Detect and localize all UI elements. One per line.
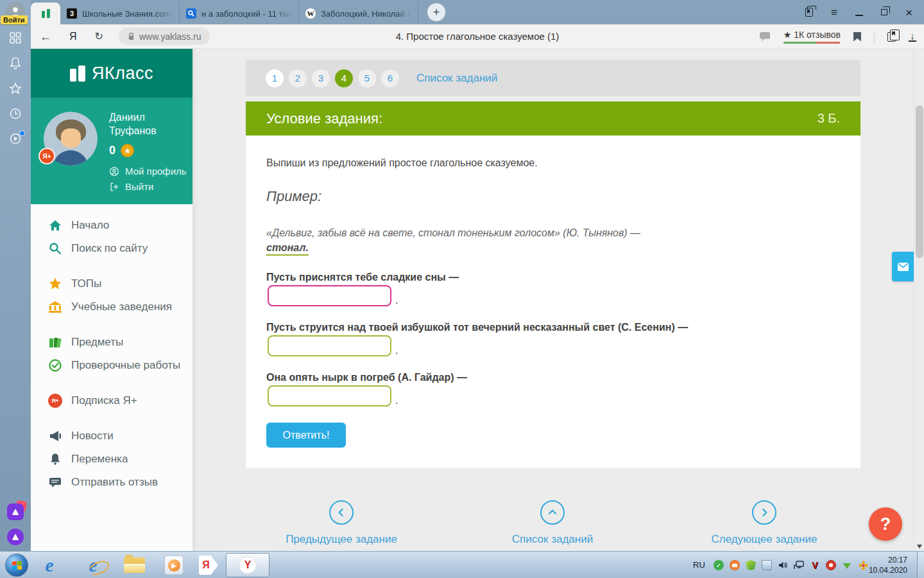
tray-red-circle-icon[interactable] [826, 560, 836, 570]
alice-assistant-icon[interactable] [7, 529, 24, 545]
task-list-button[interactable]: Список заданий [482, 500, 623, 546]
url-field[interactable]: www.yaklass.ru [119, 28, 210, 45]
avatar-face [61, 128, 81, 148]
page-scrollbar[interactable] [914, 49, 924, 551]
chevron-right-icon [752, 500, 776, 525]
tray-network-icon[interactable] [794, 560, 804, 570]
yandex-logo-icon[interactable]: Я [69, 31, 77, 42]
my-profile-link[interactable]: Мой профиль [109, 166, 187, 177]
next-task-button[interactable]: Следующее задание [694, 500, 835, 546]
answer-input-3[interactable] [268, 385, 391, 407]
example-label: Пример: [266, 188, 321, 205]
taskbar-ie-gold-icon[interactable]: e [82, 556, 104, 575]
back-icon[interactable]: ← [40, 31, 51, 42]
sidebar-item-subjects[interactable]: Предметы [31, 331, 193, 354]
tab-znanija[interactable]: 3 Школьные Знания.com - Р [60, 3, 180, 24]
new-tab-button[interactable]: + [427, 3, 445, 21]
tray-volume-icon[interactable] [778, 560, 788, 570]
task-number-4-active[interactable]: 4 [335, 69, 353, 87]
sidebar-item-tops[interactable]: ТОПы [31, 272, 193, 295]
taskbar-explorer-icon[interactable] [123, 556, 145, 575]
previous-task-button[interactable]: Предыдущее задание [271, 500, 412, 546]
sidebar-item-schools[interactable]: Учебные заведения [31, 295, 193, 319]
scrollbar-thumb[interactable] [916, 105, 923, 258]
feedback-mail-tab[interactable] [892, 252, 914, 281]
answer-input-2[interactable] [268, 335, 391, 356]
search-icon [48, 241, 62, 256]
sidebar-item-feedback[interactable]: Отправить отзыв [31, 471, 193, 494]
main-content: 1 2 3 4 5 6 Список заданий Условие задан… [193, 49, 924, 551]
question-2-period: . [395, 345, 398, 356]
logout-link[interactable]: Выйти [109, 181, 153, 192]
language-indicator[interactable]: RU [693, 560, 705, 570]
close-window-button[interactable]: × [905, 6, 912, 19]
sidebar-item-tests[interactable]: Проверочные работы [31, 354, 193, 377]
tableau-grid-icon[interactable] [9, 31, 22, 44]
ya-plus-badge: Я+ [38, 148, 55, 164]
yaklass-logo[interactable]: ЯКласс [31, 49, 193, 98]
start-button[interactable] [5, 554, 28, 577]
chevron-left-icon [329, 500, 354, 525]
tab-wikipedia[interactable]: W Заболоцкий, Николай Але [299, 3, 418, 24]
school-building-icon [48, 300, 62, 314]
bookmark-icon[interactable] [853, 32, 861, 42]
taskbar-ie-icon[interactable]: e [38, 556, 60, 575]
task-number-6[interactable]: 6 [381, 69, 399, 87]
taskbar-clock[interactable]: 20:17 10.04.2020 [869, 555, 907, 575]
tray-mail-agent-icon[interactable] [730, 560, 740, 570]
task-number-2[interactable]: 2 [289, 69, 307, 87]
browser-tab-bar: 3 Школьные Знания.com - Р н а заболоцкий… [31, 0, 924, 24]
taskbar-yandex-browser-icon[interactable]: Я [198, 556, 219, 575]
menu-label: Переменка [71, 453, 128, 466]
sidebar-item-subscription[interactable]: Я+ Подписка Я+ [31, 389, 193, 412]
task-card: Выпиши из предложений простое глагольное… [246, 136, 860, 468]
user-score: 0 ★ [109, 144, 134, 157]
restore-window-button[interactable] [881, 9, 887, 15]
previous-task-label: Предыдущее задание [271, 533, 412, 546]
tray-settings-flower-icon[interactable] [858, 560, 868, 570]
bookmarks-panel-icon[interactable] [805, 8, 813, 17]
tab-yaklass-active[interactable] [31, 3, 60, 24]
tray-antivirus-check-icon[interactable]: ✓ [714, 560, 724, 570]
show-desktop-button[interactable] [917, 552, 924, 578]
tray-shield-icon[interactable] [746, 560, 756, 570]
tray-antivirus-v-icon[interactable]: V [810, 560, 820, 570]
sidebar-item-break[interactable]: Переменка [31, 448, 193, 471]
reviews-count: 1К отзывов [794, 30, 841, 40]
question-1-text: Пусть приснятся тебе сладкие сны — [266, 272, 459, 283]
check-circle-icon [48, 358, 62, 372]
star-icon: ★ [783, 30, 792, 40]
collections-icon[interactable] [887, 32, 896, 42]
reload-icon[interactable]: ↻ [95, 31, 103, 42]
task-number-1[interactable]: 1 [266, 69, 284, 87]
history-clock-icon[interactable] [9, 107, 22, 120]
tray-display-icon[interactable] [762, 560, 772, 570]
taskbar-media-player-icon[interactable]: ▶ [163, 556, 185, 575]
notifications-bell-icon[interactable] [9, 57, 22, 69]
minimize-button[interactable] [855, 15, 863, 16]
task-list-link[interactable]: Список заданий [416, 72, 497, 85]
taskbar-active-yandex-window[interactable]: Y [226, 553, 270, 577]
task-number-5[interactable]: 5 [358, 69, 376, 87]
scroll-down-arrow-icon[interactable] [917, 545, 922, 548]
sidebar-item-news[interactable]: Новости [31, 425, 193, 448]
star-icon [48, 277, 62, 291]
windows-taskbar: e e ▶ Я Y RU ✓ V 20:17 10.04.2020 [0, 551, 924, 578]
favorites-star-icon[interactable] [9, 82, 22, 95]
help-button[interactable]: ? [869, 507, 902, 541]
sidebar-item-search[interactable]: Поиск по сайту [31, 237, 193, 260]
comment-icon[interactable] [759, 31, 771, 42]
task-number-3[interactable]: 3 [312, 69, 330, 87]
tab-search[interactable]: н а заболоцкий - 11 тыс. р [180, 3, 299, 24]
browser-menu-icon[interactable]: ≡ [831, 7, 837, 18]
tray-download-arrow-icon[interactable] [842, 560, 852, 570]
wikipedia-favicon: W [305, 8, 316, 19]
browser-login-badge[interactable]: Войти [1, 15, 28, 24]
menu-label: Отправить отзыв [71, 476, 158, 489]
downloads-icon[interactable]: ↓ [909, 31, 916, 42]
answer-input-1[interactable] [268, 285, 391, 306]
sidebar-item-home[interactable]: Начало [31, 214, 193, 237]
alice-widget-icon[interactable] [7, 504, 24, 520]
site-reviews[interactable]: ★1К отзывов [783, 30, 841, 44]
answer-button[interactable]: Ответить! [266, 423, 346, 448]
